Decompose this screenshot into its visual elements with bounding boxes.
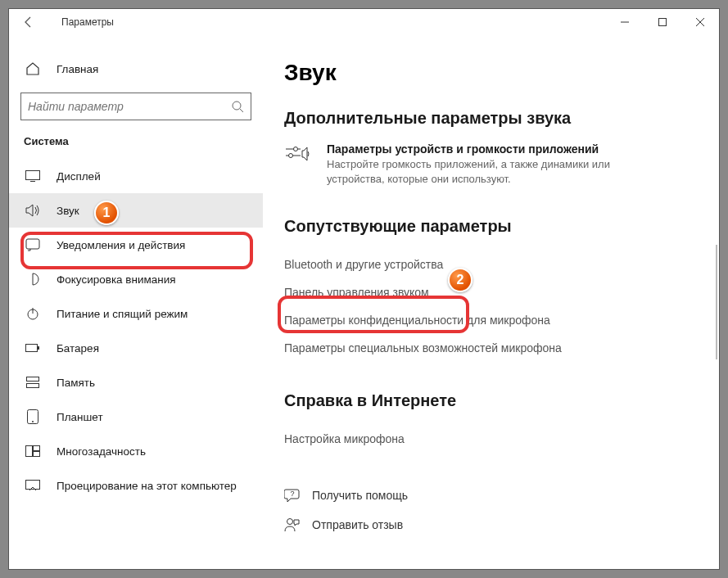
sidebar-item-label: Уведомления и действия — [57, 239, 185, 251]
close-button[interactable] — [681, 9, 719, 35]
storage-icon — [24, 377, 42, 388]
sidebar-item-sound[interactable]: Звук — [9, 193, 263, 228]
sidebar-item-label: Фокусировка внимания — [57, 273, 176, 286]
svg-rect-19 — [34, 452, 40, 457]
svg-rect-1 — [659, 19, 667, 26]
get-help-link[interactable]: ? Получить помощь — [284, 481, 698, 510]
search-input-wrapper[interactable] — [20, 93, 251, 120]
minimize-button[interactable] — [606, 9, 644, 35]
sidebar-item-label: Память — [57, 377, 95, 389]
sidebar-item-battery[interactable]: Батарея — [9, 331, 263, 365]
sidebar-item-label: Многозадачность — [57, 445, 146, 458]
link-mic-ease[interactable]: Параметры специальных возможностей микро… — [284, 334, 698, 362]
tablet-icon — [24, 409, 42, 424]
sidebar-item-label: Дисплей — [57, 170, 101, 183]
svg-rect-17 — [26, 446, 33, 457]
advanced-item-desc: Настройте громкость приложений, а также … — [327, 157, 638, 186]
power-icon — [24, 307, 42, 320]
sidebar-item-tablet[interactable]: Планшет — [9, 400, 263, 434]
svg-line-5 — [240, 109, 243, 112]
svg-rect-11 — [26, 345, 38, 352]
main-panel: Звук Дополнительные параметры звука Пара… — [263, 35, 719, 569]
scrollbar[interactable] — [716, 245, 717, 359]
sidebar-item-projecting[interactable]: Проецирование на этот компьютер — [9, 468, 263, 503]
sound-icon — [24, 204, 42, 217]
link-mic-setup[interactable]: Настройка микрофона — [284, 425, 698, 453]
feedback-icon — [284, 517, 301, 533]
svg-rect-20 — [26, 481, 40, 490]
projecting-icon — [24, 480, 42, 491]
svg-rect-13 — [27, 377, 39, 382]
back-button[interactable] — [12, 9, 45, 35]
svg-point-16 — [32, 421, 34, 422]
svg-rect-18 — [34, 446, 40, 451]
help-chat-icon: ? — [284, 487, 301, 503]
window-controls — [606, 9, 719, 35]
section-related-heading: Сопутствующие параметры — [284, 217, 698, 236]
section-advanced-heading: Дополнительные параметры звука — [284, 109, 698, 128]
sidebar-item-label: Питание и спящий режим — [57, 308, 188, 320]
svg-point-4 — [233, 102, 241, 110]
sidebar-item-notifications[interactable]: Уведомления и действия — [9, 228, 263, 262]
svg-rect-14 — [27, 384, 39, 388]
arrow-left-icon — [22, 16, 35, 29]
sidebar-item-storage[interactable]: Память — [9, 365, 263, 400]
link-sound-control-panel[interactable]: Панель управления звуком — [284, 278, 698, 306]
feedback-label: Отправить отзыв — [312, 518, 403, 531]
sidebar-item-focus[interactable]: Фокусировка внимания — [9, 262, 263, 296]
sidebar-home-label: Главная — [57, 63, 98, 75]
title-bar: Параметры — [9, 9, 719, 35]
maximize-icon — [658, 18, 667, 26]
svg-point-26 — [287, 519, 293, 525]
sliders-icon — [284, 142, 314, 167]
sidebar-item-label: Батарея — [57, 342, 99, 354]
advanced-sound-options[interactable]: Параметры устройств и громкости приложен… — [284, 142, 698, 186]
svg-rect-6 — [26, 171, 40, 180]
get-help-label: Получить помощь — [312, 489, 408, 502]
sidebar-item-label: Звук — [57, 205, 79, 217]
advanced-item-title: Параметры устройств и громкости приложен… — [327, 142, 638, 156]
feedback-link[interactable]: Отправить отзыв — [284, 510, 698, 540]
svg-rect-8 — [26, 239, 39, 249]
sidebar-item-label: Проецирование на этот компьютер — [57, 480, 237, 492]
link-mic-privacy[interactable]: Параметры конфиденциальности для микрофо… — [284, 306, 698, 334]
sidebar-home[interactable]: Главная — [9, 52, 263, 86]
multitask-icon — [24, 445, 42, 457]
page-title: Звук — [284, 60, 698, 86]
notifications-icon — [24, 238, 42, 251]
search-icon — [231, 100, 244, 113]
maximize-button[interactable] — [644, 9, 681, 35]
sidebar-item-power[interactable]: Питание и спящий режим — [9, 296, 263, 331]
svg-point-22 — [294, 147, 298, 151]
minimize-icon — [621, 18, 629, 26]
svg-point-24 — [289, 154, 293, 158]
battery-icon — [24, 343, 42, 353]
sidebar-item-display[interactable]: Дисплей — [9, 159, 263, 193]
close-icon — [696, 18, 704, 26]
link-bluetooth[interactable]: Bluetooth и другие устройства — [284, 251, 698, 278]
search-input[interactable] — [28, 100, 231, 113]
sidebar-item-label: Планшет — [57, 411, 103, 423]
sidebar: Главная Система Дисплей Звук Уведомления… — [9, 35, 263, 569]
window-title: Параметры — [61, 16, 114, 28]
home-icon — [24, 61, 42, 76]
focus-icon — [24, 273, 42, 286]
sidebar-section-label: Система — [9, 135, 263, 147]
svg-rect-12 — [38, 346, 39, 350]
svg-text:?: ? — [290, 490, 294, 498]
sidebar-item-multitask[interactable]: Многозадачность — [9, 434, 263, 468]
content-area: Главная Система Дисплей Звук Уведомления… — [9, 35, 719, 569]
settings-window: Параметры Главная Система Дисплей — [8, 8, 720, 570]
section-help-heading: Справка в Интернете — [284, 391, 698, 410]
display-icon — [24, 170, 42, 182]
